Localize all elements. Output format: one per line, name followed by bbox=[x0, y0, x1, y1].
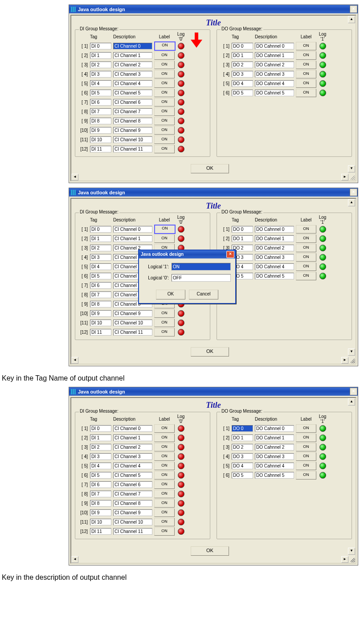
label-button[interactable]: ON bbox=[154, 452, 175, 461]
status-led-icon[interactable] bbox=[178, 320, 184, 326]
close-button[interactable]: × bbox=[350, 5, 357, 13]
label-button[interactable]: ON bbox=[296, 51, 316, 60]
dialog-titlebar[interactable]: Java outlook design × bbox=[139, 250, 235, 258]
status-led-icon[interactable] bbox=[178, 463, 184, 469]
tag-input[interactable] bbox=[90, 80, 111, 87]
description-input[interactable] bbox=[113, 80, 152, 87]
status-led-icon[interactable] bbox=[178, 61, 184, 68]
status-led-icon[interactable] bbox=[319, 61, 326, 68]
label-button[interactable]: ON bbox=[154, 51, 175, 60]
status-led-icon[interactable] bbox=[178, 472, 184, 479]
label-button[interactable]: ON bbox=[296, 244, 316, 252]
size-grip[interactable] bbox=[349, 357, 356, 364]
status-led-icon[interactable] bbox=[178, 43, 184, 49]
size-grip[interactable] bbox=[349, 556, 356, 563]
status-led-icon[interactable] bbox=[319, 463, 326, 469]
status-led-icon[interactable] bbox=[319, 226, 326, 233]
description-input[interactable] bbox=[255, 226, 294, 233]
tag-input[interactable] bbox=[90, 320, 111, 326]
status-led-icon[interactable] bbox=[178, 71, 184, 78]
tag-input[interactable] bbox=[90, 472, 111, 479]
description-input[interactable] bbox=[255, 263, 294, 270]
status-led-icon[interactable] bbox=[178, 52, 184, 59]
status-led-icon[interactable] bbox=[178, 90, 184, 96]
status-led-icon[interactable] bbox=[178, 127, 184, 134]
status-led-icon[interactable] bbox=[178, 491, 184, 497]
label-button[interactable]: ON bbox=[296, 462, 316, 470]
status-led-icon[interactable] bbox=[319, 71, 326, 78]
description-input[interactable] bbox=[113, 500, 152, 507]
description-input[interactable] bbox=[113, 519, 152, 525]
tag-input[interactable] bbox=[90, 263, 111, 270]
tag-input[interactable] bbox=[232, 472, 253, 479]
tag-input[interactable] bbox=[90, 127, 111, 134]
ok-button[interactable]: OK bbox=[191, 164, 229, 173]
description-input[interactable] bbox=[113, 528, 152, 535]
label-button[interactable]: ON bbox=[154, 225, 176, 234]
status-led-icon[interactable] bbox=[178, 425, 184, 432]
ok-button[interactable]: OK bbox=[191, 546, 229, 556]
tag-input[interactable] bbox=[90, 463, 111, 469]
scroll-down[interactable]: ▼ bbox=[348, 165, 355, 172]
tag-input[interactable] bbox=[90, 282, 111, 289]
description-input[interactable] bbox=[113, 235, 152, 242]
status-led-icon[interactable] bbox=[178, 500, 184, 507]
scroll-left[interactable]: ◄ bbox=[71, 357, 78, 364]
label-button[interactable]: ON bbox=[154, 499, 175, 508]
status-led-icon[interactable] bbox=[319, 425, 326, 432]
label-button[interactable]: ON bbox=[296, 424, 316, 433]
tag-input[interactable] bbox=[232, 425, 253, 432]
tag-input[interactable] bbox=[90, 43, 111, 49]
close-button[interactable]: × bbox=[350, 189, 357, 196]
tag-input[interactable] bbox=[232, 90, 253, 96]
description-input[interactable] bbox=[113, 481, 152, 488]
description-input[interactable] bbox=[255, 425, 294, 432]
tag-input[interactable] bbox=[90, 245, 111, 251]
label-button[interactable]: ON bbox=[154, 117, 175, 125]
status-led-icon[interactable] bbox=[178, 310, 184, 317]
tag-input[interactable] bbox=[90, 61, 111, 68]
status-led-icon[interactable] bbox=[178, 235, 184, 242]
description-input[interactable] bbox=[113, 43, 152, 49]
description-input[interactable] bbox=[113, 52, 152, 59]
titlebar[interactable]: Java outlook design × bbox=[69, 188, 358, 197]
label-button[interactable]: ON bbox=[296, 70, 316, 78]
tag-input[interactable] bbox=[90, 136, 111, 143]
tag-input[interactable] bbox=[90, 509, 111, 516]
status-led-icon[interactable] bbox=[178, 453, 184, 460]
scroll-down[interactable]: ▼ bbox=[348, 348, 355, 356]
status-led-icon[interactable] bbox=[178, 99, 184, 106]
tag-input[interactable] bbox=[232, 43, 253, 49]
titlebar[interactable]: Java outlook design × bbox=[69, 387, 358, 396]
status-led-icon[interactable] bbox=[178, 329, 184, 336]
tag-input[interactable] bbox=[90, 491, 111, 497]
status-led-icon[interactable] bbox=[319, 273, 326, 279]
label-button[interactable]: ON bbox=[296, 225, 316, 234]
description-input[interactable] bbox=[113, 444, 152, 451]
tag-input[interactable] bbox=[90, 329, 111, 336]
close-button[interactable]: × bbox=[350, 388, 357, 395]
tag-input[interactable] bbox=[232, 71, 253, 78]
status-led-icon[interactable] bbox=[319, 434, 326, 441]
status-led-icon[interactable] bbox=[178, 509, 184, 516]
label-button[interactable]: ON bbox=[154, 126, 175, 135]
label-button[interactable]: ON bbox=[296, 262, 316, 271]
description-input[interactable] bbox=[113, 71, 152, 78]
status-led-icon[interactable] bbox=[178, 146, 184, 152]
description-input[interactable] bbox=[255, 254, 294, 261]
description-input[interactable] bbox=[255, 434, 294, 441]
scroll-right[interactable]: ► bbox=[341, 556, 348, 563]
label-button[interactable]: ON bbox=[154, 434, 175, 442]
tag-input[interactable] bbox=[90, 291, 111, 298]
label-button[interactable]: ON bbox=[296, 471, 316, 480]
status-led-icon[interactable] bbox=[178, 118, 184, 124]
description-input[interactable] bbox=[113, 61, 152, 68]
ok-button[interactable]: OK bbox=[191, 347, 229, 357]
description-input[interactable] bbox=[255, 90, 294, 96]
dialog-close-icon[interactable]: × bbox=[226, 251, 234, 258]
description-input[interactable] bbox=[113, 329, 152, 336]
tag-input[interactable] bbox=[232, 463, 253, 469]
scroll-right[interactable]: ► bbox=[341, 357, 348, 364]
label-button[interactable]: ON bbox=[154, 70, 175, 78]
label-button[interactable]: ON bbox=[154, 480, 175, 489]
